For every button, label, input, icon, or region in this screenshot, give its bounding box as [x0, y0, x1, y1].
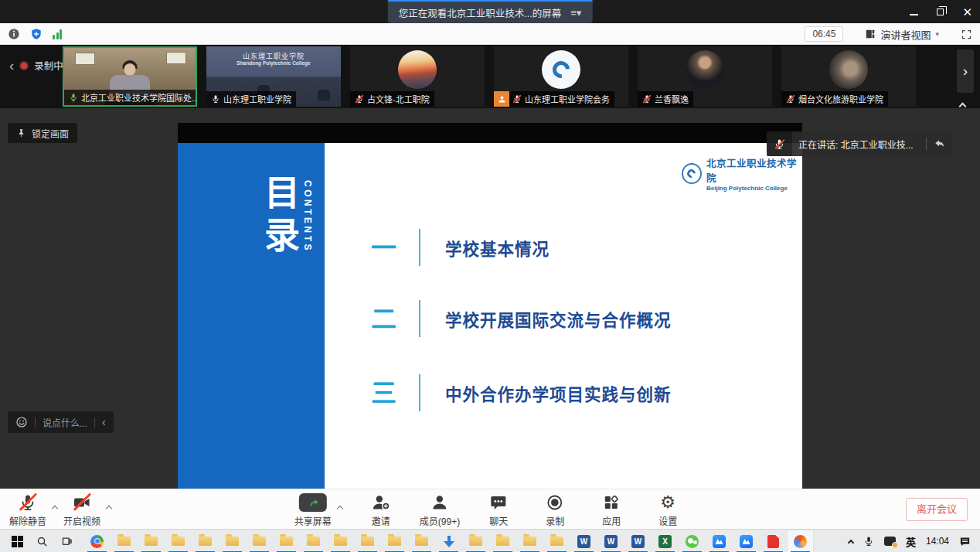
screen-share-title-text: 您正在观看北京工业职业技术...的屏幕 [399, 5, 561, 20]
video-options-chevron[interactable] [107, 500, 111, 514]
leave-meeting-button[interactable]: 离开会议 [906, 498, 968, 521]
task-view-icon[interactable] [54, 530, 79, 552]
search-icon[interactable] [29, 530, 54, 552]
hidden-icons-chevron[interactable] [849, 534, 853, 548]
screen-capture-tray-icon[interactable] [884, 537, 896, 546]
share-screen-button[interactable]: 共享屏幕 [294, 492, 332, 527]
participant-name-label: 山东理工职业学院会务 [494, 91, 614, 107]
chat-quick-bar[interactable]: 说点什么... ‹ [8, 411, 114, 433]
close-button[interactable]: ✕ [962, 6, 972, 18]
collapse-filmstrip-icon[interactable] [960, 98, 965, 112]
download-icon[interactable] [435, 530, 462, 552]
scroll-right-icon[interactable]: › [957, 49, 974, 93]
video-tile[interactable]: 山东理工职业学院 Shandong Polytechnic College 山东… [206, 46, 341, 107]
window-titlebar: 您正在观看北京工业职业技术...的屏幕 ≡▾ ✕ [0, 0, 980, 23]
video-tile[interactable]: 兰香飘逸 [638, 46, 772, 107]
word-icon[interactable] [570, 530, 597, 552]
fullscreen-icon[interactable] [961, 29, 972, 40]
record-button[interactable]: 录制 [537, 492, 573, 527]
gear-icon: ⚙ [660, 492, 675, 513]
chat-input-placeholder[interactable]: 说点什么... [43, 416, 87, 429]
screen-share-title[interactable]: 您正在观看北京工业职业技术...的屏幕 ≡▾ [388, 0, 593, 23]
mic-on-icon [211, 94, 220, 104]
start-video-button[interactable]: 开启视频 [63, 492, 100, 527]
minimize-button[interactable] [910, 5, 918, 19]
folder-icon[interactable] [462, 530, 489, 552]
folder-icon[interactable] [111, 530, 138, 552]
folder-icon[interactable] [300, 530, 327, 552]
toc-title-en: CONTENTS [302, 180, 313, 253]
tray-mic-icon[interactable] [863, 536, 874, 547]
folder-icon[interactable] [381, 530, 408, 552]
video-tile[interactable]: 山东理工职业学院会务 [494, 46, 628, 107]
meeting-icon[interactable] [733, 530, 760, 552]
invite-button[interactable]: 邀请 [363, 492, 399, 527]
avatar [686, 50, 724, 89]
folder-icon[interactable] [192, 530, 219, 552]
video-tile[interactable]: 占文锋-北工职院 [350, 46, 485, 107]
share-menu-icon[interactable]: ≡▾ [570, 8, 581, 18]
word-icon[interactable] [624, 530, 652, 552]
folder-icon[interactable] [489, 530, 516, 552]
input-method-indicator[interactable]: 英 [906, 534, 916, 549]
meeting-active-icon[interactable] [787, 530, 814, 552]
unmute-button[interactable]: 解除静音 [9, 492, 46, 527]
apps-button[interactable]: 应用 [594, 492, 629, 527]
collapse-chat-icon[interactable]: ‹ [102, 417, 106, 428]
wechat-icon[interactable] [679, 530, 706, 552]
emoji-icon[interactable] [15, 416, 28, 428]
mic-muted-icon [642, 94, 652, 104]
folder-icon[interactable] [219, 530, 246, 552]
record-icon [546, 492, 564, 513]
pdf-icon[interactable] [760, 530, 787, 552]
video-tile[interactable]: 烟台文化旅游职业学院 [781, 46, 916, 107]
word-icon[interactable] [597, 530, 624, 552]
participant-filmstrip: ‹ 录制中 北京工业职业技术学院国际处... 山东理工职业学院 Shandong… [0, 45, 980, 108]
folder-icon[interactable] [543, 530, 570, 552]
start-button[interactable] [5, 530, 29, 552]
scroll-left-icon[interactable]: ‹ [9, 58, 14, 73]
audio-options-chevron[interactable] [53, 500, 57, 514]
folder-icon[interactable] [138, 530, 165, 552]
members-button[interactable]: 成员(99+) [420, 492, 460, 527]
taskbar-apps [83, 530, 814, 552]
folder-icon[interactable] [246, 530, 273, 552]
folder-icon[interactable] [273, 530, 300, 552]
camera-off-icon [73, 492, 91, 513]
participant-name-label: 占文锋-北工职院 [350, 91, 434, 107]
folder-icon[interactable] [516, 530, 543, 552]
security-shield-icon[interactable] [30, 28, 43, 40]
restore-button[interactable] [937, 5, 944, 19]
lock-view-button[interactable]: 锁定画面 [8, 123, 77, 143]
shared-screen-slide: 目录 CONTENTS 北京工业职业技术学院 Beijing Polytechn… [178, 123, 802, 489]
view-mode-selector[interactable]: 演讲者视图 ▾ [865, 27, 939, 42]
excel-icon[interactable] [652, 530, 679, 552]
mic-muted-icon[interactable] [767, 131, 792, 156]
college-logo: 北京工业职业技术学院 Beijing Polytechnic College [682, 155, 802, 192]
system-tray: 英 14:04 [849, 530, 977, 552]
share-options-chevron[interactable] [338, 500, 342, 514]
notification-center-icon[interactable] [959, 536, 971, 547]
video-tile-speaker[interactable]: 北京工业职业技术学院国际处... [63, 46, 197, 107]
reply-arrow-icon[interactable] [934, 138, 946, 150]
mic-muted-icon [786, 94, 795, 104]
settings-button[interactable]: ⚙ 设置 [650, 492, 686, 527]
chrome-icon[interactable] [83, 530, 111, 552]
avatar [542, 50, 580, 89]
main-stage: 锁定画面 目录 CONTENTS 北京工业职业技术学院 Beijing Poly… [0, 108, 980, 489]
folder-icon[interactable] [354, 530, 381, 552]
network-signal-icon[interactable] [53, 29, 62, 39]
folder-icon[interactable] [165, 530, 192, 552]
meeting-icon[interactable] [706, 530, 733, 552]
folder-icon[interactable] [408, 530, 435, 552]
meeting-info-icon[interactable] [8, 28, 20, 40]
chevron-down-icon: ▾ [935, 30, 939, 38]
view-mode-label: 演讲者视图 [880, 27, 931, 42]
folder-icon[interactable] [327, 530, 354, 552]
avatar [398, 50, 437, 89]
chat-button[interactable]: 聊天 [481, 492, 516, 527]
taskbar-clock[interactable]: 14:04 [926, 536, 949, 547]
invite-icon [372, 492, 390, 513]
participant-name-label: 烟台文化旅游职业学院 [781, 91, 888, 107]
toc-panel: 目录 CONTENTS [178, 143, 325, 489]
